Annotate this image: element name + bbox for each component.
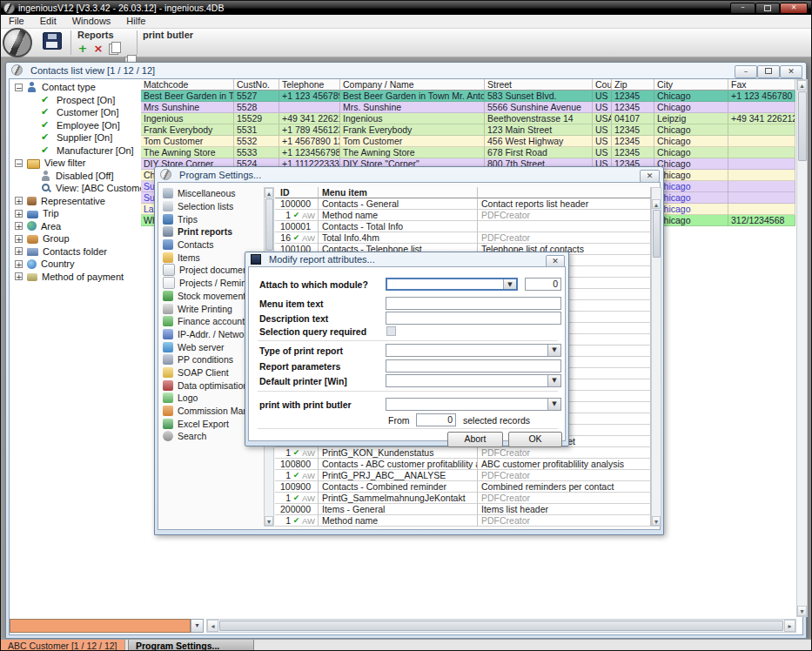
tree-item[interactable]: ✔Supplier [On] <box>10 131 141 144</box>
scroll-down-icon[interactable]: ▾ <box>652 516 661 526</box>
tree-item[interactable]: +Method of payment <box>10 271 141 284</box>
maximize-button[interactable] <box>755 3 780 14</box>
settings-table-row[interactable]: 200000Items - GeneralItems list header <box>275 504 651 515</box>
dialog-titlebar[interactable]: Modify report attributes... <box>251 254 375 265</box>
minus-expander-icon[interactable]: − <box>15 159 23 167</box>
chevron-down-icon[interactable]: ▼ <box>547 345 560 356</box>
attach-module-combo[interactable]: ▼ <box>386 278 518 291</box>
plus-expander-icon[interactable]: + <box>15 197 23 205</box>
scroll-down-icon[interactable]: ▾ <box>797 606 807 616</box>
column-header[interactable]: Street <box>485 79 593 91</box>
view-filter-combo[interactable] <box>10 619 191 633</box>
tree-item[interactable]: Disabled [Off] <box>10 170 141 183</box>
menu-item-text-field[interactable] <box>386 297 561 310</box>
column-header[interactable]: Zip <box>612 79 654 91</box>
print-butler-combo[interactable]: ▼ <box>386 398 561 411</box>
selection-query-checkbox[interactable] <box>386 326 396 336</box>
hscroll-thumb[interactable] <box>219 621 783 631</box>
plus-expander-icon[interactable]: + <box>15 222 23 230</box>
tree-item[interactable]: ✔Employee [On] <box>10 119 141 132</box>
delete-report-button[interactable]: × <box>91 42 105 55</box>
contacts-table-row[interactable]: Mrs Sunshine5528Mrs. Sunshine5566 Sunshi… <box>141 102 796 113</box>
menu-edit[interactable]: Edit <box>32 15 64 26</box>
chevron-down-icon[interactable]: ▼ <box>547 375 560 386</box>
column-header[interactable]: City <box>654 79 728 91</box>
plus-expander-icon[interactable]: + <box>15 272 23 280</box>
menu-hilfe[interactable]: Hilfe <box>118 15 153 26</box>
copy-report-button[interactable] <box>107 42 121 55</box>
contacts-table-row[interactable]: The Awning Store5533+1 123456798The Awni… <box>141 147 796 158</box>
settings-table-row[interactable]: 1✔AWMethod namePDFCreator <box>275 210 651 221</box>
tree-item[interactable]: +Representative <box>10 195 141 208</box>
table-scroll-thumb[interactable] <box>653 210 661 258</box>
minus-expander-icon[interactable]: − <box>15 84 23 91</box>
column-header[interactable]: Company / Name <box>340 79 485 91</box>
column-header[interactable]: Coun <box>593 79 612 91</box>
settings-table-row[interactable]: 100000Contacts - GeneralContact reports … <box>275 198 651 210</box>
scroll-right-icon[interactable]: ▸ <box>784 620 795 632</box>
settings-table-row[interactable]: 1✔AWPrintG_SammelmahnungJeKontaktPDFCrea… <box>275 493 651 504</box>
settings-table-scrollbar[interactable]: ▴ ▾ <box>651 187 661 527</box>
taskbar-tab[interactable]: ABC Customer [1 / 12 / 12] <box>1 640 125 651</box>
tree-item[interactable]: −View filter <box>10 157 141 170</box>
settings-nav-item[interactable]: Miscellaneous <box>158 187 264 200</box>
contacts-maximize-button[interactable] <box>757 65 780 78</box>
contacts-table-row[interactable]: Ingenious15529+49 341 226210IngeniousBee… <box>141 113 796 124</box>
settings-nav-item[interactable]: Contacts <box>158 238 264 252</box>
plus-expander-icon[interactable]: + <box>15 210 23 218</box>
contacts-table-row[interactable]: Frank Everybody5531+1 789 4561230Frank E… <box>141 124 796 136</box>
settings-window-titlebar[interactable]: Program Settings... <box>160 169 261 180</box>
column-header[interactable]: ID <box>275 187 319 198</box>
from-records-field[interactable]: 0 <box>416 413 456 426</box>
default-printer-combo[interactable]: ▼ <box>386 374 561 387</box>
nav-scroll-thumb[interactable] <box>265 198 273 251</box>
scroll-up-icon[interactable]: ▴ <box>652 199 661 209</box>
type-of-report-combo[interactable]: ▼ <box>386 344 561 357</box>
settings-nav-item[interactable]: Trips <box>158 212 264 225</box>
contacts-table-row[interactable]: Tom Customer5532+1 4567890 123Tom Custom… <box>141 136 796 147</box>
contacts-minimize-button[interactable]: – <box>735 65 757 78</box>
tree-item[interactable]: −Contact type <box>10 81 141 94</box>
tree-item[interactable]: ✔Manufacturer [On] <box>10 144 141 158</box>
settings-nav-item[interactable]: Selection lists <box>158 200 264 213</box>
report-parameters-field[interactable] <box>386 359 561 372</box>
chevron-down-icon[interactable]: ▼ <box>547 399 560 410</box>
column-header[interactable]: Matchcode <box>141 79 234 91</box>
settings-table-row[interactable]: 16✔AWTotal Info.4hmPDFCreator <box>275 232 651 244</box>
column-header[interactable]: CustNo. <box>234 79 279 91</box>
contacts-table-row[interactable]: Best Beer Garden in TownM5527+1 123 4567… <box>141 91 796 102</box>
settings-table-row[interactable]: 100800Contacts - ABC customer profitabli… <box>275 459 651 470</box>
contacts-hscrollbar[interactable]: ◂ ▸ <box>206 619 796 633</box>
column-header[interactable]: Menu item <box>319 187 478 198</box>
tree-item[interactable]: ✔Prospect [On] <box>10 94 141 107</box>
tree-item[interactable]: +Contacts folder <box>10 245 141 258</box>
scroll-left-icon[interactable]: ◂ <box>207 620 218 632</box>
tree-item[interactable]: ✔Customer [On] <box>10 106 141 119</box>
tree-item[interactable]: +Country <box>10 258 141 271</box>
tree-item[interactable]: +Group <box>10 232 141 245</box>
description-text-field[interactable] <box>386 312 561 325</box>
scroll-up-icon[interactable]: ▴ <box>797 80 807 91</box>
column-header[interactable]: Fax <box>728 79 795 91</box>
settings-table-row[interactable]: 100900Contacts - Combined reminderCombin… <box>275 481 651 493</box>
tree-item[interactable]: +Trip <box>10 207 141 220</box>
taskbar-tab[interactable]: Program Settings... <box>128 640 254 651</box>
scroll-down-icon[interactable]: ▾ <box>265 516 273 526</box>
contacts-vscrollbar[interactable]: ▴ ▾ <box>796 79 808 617</box>
contacts-close-button[interactable]: ✕ <box>780 65 802 78</box>
settings-close-button[interactable]: ✕ <box>640 170 660 183</box>
view-filter-combo-arrow-icon[interactable]: ▾ <box>191 619 204 633</box>
settings-table-row[interactable]: 1✔AWPrintG_PRJ_ABC__ANALYSEPDFCreator <box>275 470 651 481</box>
close-button[interactable]: ✕ <box>780 3 808 14</box>
plus-expander-icon[interactable]: + <box>15 235 23 243</box>
settings-nav-item[interactable]: Print reports <box>158 225 264 238</box>
plus-expander-icon[interactable]: + <box>15 247 23 255</box>
module-number-field[interactable]: 0 <box>525 278 561 291</box>
minimize-button[interactable]: – <box>730 3 755 14</box>
column-header[interactable]: Telephone <box>279 79 340 91</box>
settings-table-row[interactable]: 100001Contacts - Total Info <box>275 221 651 232</box>
contacts-window-titlebar[interactable]: Contacts list view [1 / 12 / 12] <box>11 64 155 76</box>
plus-expander-icon[interactable]: + <box>15 260 23 268</box>
vscroll-thumb[interactable] <box>798 91 807 161</box>
chevron-down-icon[interactable]: ▼ <box>503 279 516 289</box>
